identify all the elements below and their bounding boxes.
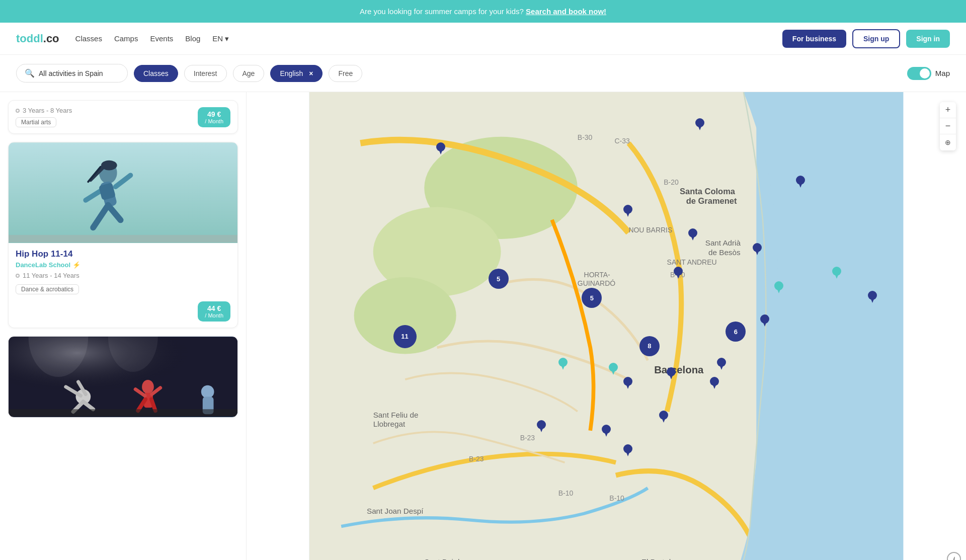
age-range-text: 11 Years - 14 Years [23, 272, 79, 279]
svg-marker-89 [626, 384, 630, 389]
map-pin[interactable] [623, 377, 632, 389]
svg-marker-91 [712, 384, 716, 389]
svg-text:Sant Boi de: Sant Boi de [424, 557, 464, 560]
map-pin[interactable] [659, 411, 668, 423]
map-pin[interactable] [760, 314, 769, 327]
filter-interest[interactable]: Interest [184, 65, 227, 82]
list-item[interactable]: Hip Hop 11-14 DanceLab School ⚡ 11 Years… [8, 142, 238, 328]
map-pin[interactable] [688, 228, 697, 241]
map-controls: + − ⊕ [940, 102, 956, 150]
price-badge: 49 € / Month [198, 107, 230, 127]
map-pin[interactable] [796, 176, 805, 188]
map-cluster[interactable]: 11 [393, 325, 417, 348]
map-pin[interactable] [667, 367, 676, 379]
svg-text:C-33: C-33 [615, 137, 630, 145]
map-pin[interactable] [623, 205, 632, 217]
for-business-button[interactable]: For business [782, 30, 846, 48]
nav-blog[interactable]: Blog [185, 34, 200, 43]
nav-links: Classes Camps Events Blog EN ▾ [75, 34, 229, 43]
map-pin[interactable] [832, 267, 841, 279]
map-toggle: Map [907, 67, 950, 80]
map-pin[interactable] [674, 267, 683, 279]
svg-text:B-20: B-20 [664, 178, 679, 186]
svg-marker-73 [676, 274, 680, 279]
card-title: Hip Hop 11-14 [16, 249, 230, 259]
svg-marker-87 [669, 374, 673, 379]
svg-marker-63 [698, 125, 702, 130]
svg-text:B-23: B-23 [520, 434, 535, 442]
filter-free[interactable]: Free [329, 65, 362, 82]
svg-text:de Besòs: de Besòs [708, 248, 741, 257]
map-panel: B-30 B-20 B-20 B-10 B-23 B-23 Santa Colo… [247, 92, 966, 560]
svg-text:Sant Joan Despí: Sant Joan Despí [367, 507, 424, 515]
map-pin[interactable] [753, 243, 762, 255]
banner-text: Are you looking for summer camps for you… [360, 7, 524, 16]
navbar: toddl.co Classes Camps Events Blog EN ▾ … [0, 23, 966, 55]
svg-marker-95 [539, 427, 543, 432]
map-pin[interactable] [609, 363, 618, 375]
english-filter-close[interactable]: × [309, 69, 313, 77]
map-pin[interactable] [774, 281, 783, 293]
map-info-button[interactable]: i [947, 552, 961, 560]
svg-text:Santa Coloma: Santa Coloma [680, 187, 736, 196]
svg-rect-11 [9, 235, 237, 243]
list-item[interactable] [8, 336, 238, 418]
map-pin[interactable] [436, 142, 445, 154]
svg-marker-65 [798, 183, 802, 188]
list-item[interactable]: 3 Years - 8 Years Martial arts 49 € / Mo… [8, 100, 238, 134]
sign-in-button[interactable]: Sign in [906, 30, 950, 48]
svg-marker-69 [691, 235, 695, 241]
map-cluster[interactable]: 5 [489, 269, 509, 289]
map-pin[interactable] [537, 420, 546, 432]
svg-marker-85 [611, 370, 615, 375]
map-cluster[interactable]: 6 [726, 322, 746, 342]
age-dot-icon [16, 109, 20, 113]
card-age: 11 Years - 14 Years [16, 272, 230, 279]
reset-button[interactable]: ⊕ [940, 134, 956, 150]
map-cluster[interactable]: 8 [639, 336, 660, 356]
svg-text:B-30: B-30 [578, 133, 593, 141]
map-pin[interactable] [695, 118, 704, 130]
filter-english[interactable]: English × [270, 65, 323, 82]
svg-text:Barcelona: Barcelona [654, 364, 704, 375]
map-toggle-switch[interactable] [907, 67, 931, 80]
price-amount: 44 € [205, 304, 223, 312]
lightning-icon: ⚡ [72, 261, 80, 269]
logo[interactable]: toddl.co [16, 32, 59, 45]
map-pin[interactable] [558, 358, 568, 370]
svg-marker-79 [870, 298, 874, 303]
map-pin[interactable] [868, 291, 877, 303]
search-input[interactable] [39, 69, 119, 77]
nav-events[interactable]: Events [150, 34, 173, 43]
map-pin[interactable] [717, 358, 726, 370]
school-name: DanceLab School [16, 261, 70, 269]
svg-marker-67 [626, 212, 630, 217]
filter-classes[interactable]: Classes [134, 65, 178, 82]
svg-marker-93 [719, 365, 723, 370]
banner-link[interactable]: Search and book now! [526, 7, 606, 16]
map-cluster[interactable]: 5 [582, 288, 602, 308]
svg-text:HORTA-: HORTA- [584, 271, 611, 279]
filter-age[interactable]: Age [233, 65, 265, 82]
map-pin[interactable] [602, 425, 611, 437]
dance-image-svg [9, 142, 237, 243]
map-pin[interactable] [710, 377, 719, 389]
breakdance-image-svg [9, 337, 237, 417]
list-panel: 3 Years - 8 Years Martial arts 49 € / Mo… [0, 92, 247, 560]
sign-up-button[interactable]: Sign up [852, 29, 900, 48]
nav-camps[interactable]: Camps [114, 34, 138, 43]
nav-classes[interactable]: Classes [75, 34, 102, 43]
zoom-out-button[interactable]: − [940, 118, 956, 134]
search-box[interactable]: 🔍 [16, 64, 128, 83]
svg-marker-101 [626, 451, 630, 456]
svg-text:NOU BARRIS: NOU BARRIS [628, 226, 672, 234]
card-footer: 44 € / Month [9, 301, 237, 328]
svg-marker-77 [835, 274, 839, 279]
map-pin[interactable] [623, 444, 632, 456]
language-selector[interactable]: EN ▾ [212, 34, 229, 43]
search-icon: 🔍 [25, 68, 35, 78]
age-range-text: 3 Years - 8 Years [23, 107, 72, 114]
card-tag: Dance & acrobatics [16, 284, 79, 294]
svg-text:B-10: B-10 [558, 489, 574, 497]
zoom-in-button[interactable]: + [940, 102, 956, 118]
